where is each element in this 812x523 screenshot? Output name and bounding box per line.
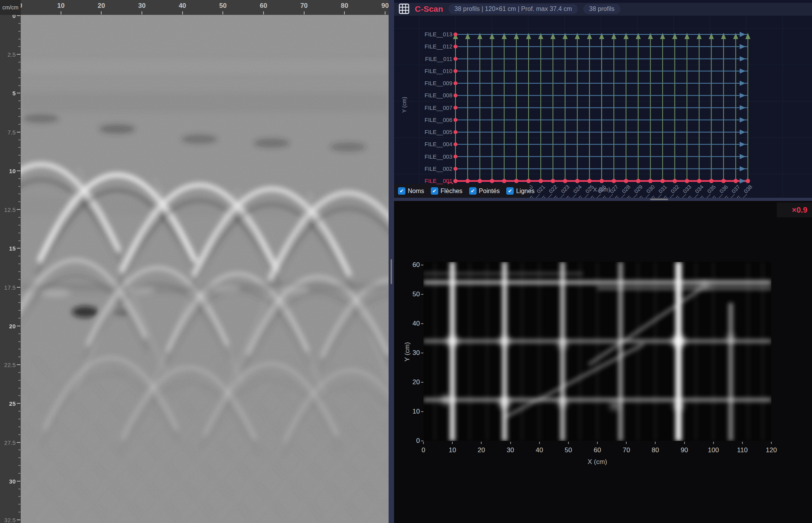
horizontal-profile-label[interactable]: FILE__004 (425, 141, 452, 147)
vertical-profile[interactable]: FILE__021 (523, 33, 547, 198)
horizontal-profile-label[interactable]: FILE__013 (425, 31, 452, 38)
profile-point (600, 179, 604, 183)
map-x-tick-mark (423, 442, 424, 444)
map-y-tick-label: 60 (403, 261, 420, 269)
depth-minor-tick (18, 217, 20, 218)
arrow-up-icon (599, 33, 604, 39)
checkbox-pointes[interactable]: ✔ Pointés (469, 187, 500, 195)
horizontal-profile-label[interactable]: FILE__009 (425, 80, 452, 86)
profile-start-point (454, 45, 457, 48)
ruler-tick-mark (263, 11, 264, 14)
checkbox-checked-icon[interactable]: ✔ (431, 187, 438, 195)
vertical-profile[interactable]: FILE__027 (596, 33, 620, 198)
vertical-profile[interactable]: FILE__025 (572, 33, 595, 198)
horizontal-splitter-handle[interactable] (650, 199, 668, 200)
map-x-tick-mark (655, 442, 656, 444)
arrow-up-icon (624, 33, 629, 39)
vertical-profile[interactable]: FILE__017 (474, 33, 498, 198)
ruler-tick-label: 10 (57, 2, 65, 10)
vertical-profile[interactable]: FILE__023 (547, 33, 571, 198)
depth-minor-tick (18, 473, 20, 474)
depth-minor-tick (18, 85, 20, 86)
ruler-tick-mark (142, 11, 142, 14)
map-y-tick-label: 20 (403, 378, 420, 386)
checkbox-fleches[interactable]: ✔ Flèches (431, 187, 462, 195)
depth-minor-tick (18, 155, 20, 156)
vertical-splitter-handle[interactable] (391, 259, 392, 284)
profile-start-point (454, 155, 457, 159)
vertical-profile[interactable]: FILE__015 (450, 33, 473, 198)
map-x-tick-label: 120 (766, 446, 777, 454)
map-x-tick-mark (771, 442, 772, 444)
horizontal-profile-label[interactable]: FILE__006 (425, 117, 452, 123)
profile-point (685, 179, 689, 183)
horizontal-splitter[interactable] (394, 198, 812, 201)
vertical-profile[interactable]: FILE__031 (645, 33, 668, 198)
depth-tick-mark (17, 93, 20, 93)
checkbox-checked-icon[interactable]: ✔ (469, 187, 477, 195)
vertical-profile[interactable]: FILE__036 (706, 33, 729, 198)
depth-tick-mark (17, 326, 20, 326)
arrow-up-icon (563, 33, 568, 39)
vertical-profile[interactable]: FILE__037 (718, 33, 741, 198)
checkbox-lignes[interactable]: ✔ Lignes (506, 187, 534, 195)
vertical-profile[interactable]: FILE__035 (694, 33, 717, 198)
scale-factor-badge: ×0.9 (777, 202, 812, 217)
horizontal-profile-label[interactable]: FILE__005 (425, 129, 452, 135)
ruler-unit-label: cm/cm (2, 4, 18, 11)
vertical-profile[interactable]: FILE__033 (669, 33, 693, 198)
profile-start-point (454, 106, 457, 110)
profile-point (660, 179, 665, 183)
horizontal-profile-label[interactable]: FILE__008 (425, 92, 452, 99)
horizontal-profile-label[interactable]: FILE__011 (425, 56, 452, 62)
depth-minor-tick (18, 62, 20, 63)
vertical-profile[interactable]: FILE__032 (657, 33, 680, 198)
vertical-profile[interactable]: FILE__019 (498, 33, 522, 198)
depth-minor-tick (18, 271, 20, 272)
map-y-tick-label: 40 (403, 320, 420, 328)
map-y-tick-label: 50 (403, 290, 420, 298)
profile-start-point (454, 69, 457, 73)
horizontal-profile-label[interactable]: FILE__001 (425, 178, 452, 184)
depth-minor-tick (18, 279, 20, 280)
vertical-profile[interactable]: FILE__016 (462, 33, 486, 198)
vertical-profile[interactable]: FILE__026 (584, 33, 607, 198)
horizontal-profile-label[interactable]: FILE__002 (425, 166, 452, 172)
horizontal-profile-label[interactable]: FILE__010 (425, 68, 452, 74)
cscan-heatmap-image[interactable] (423, 262, 771, 441)
map-x-tick-label: 100 (708, 446, 719, 454)
vertical-profile[interactable]: FILE__028 (608, 33, 632, 198)
bscan-radargram-image[interactable] (21, 15, 389, 523)
checkbox-noms[interactable]: ✔ Noms (398, 187, 424, 195)
profile-point (721, 179, 726, 183)
profile-start-point (454, 32, 457, 36)
vertical-profile[interactable]: FILE__034 (681, 33, 705, 198)
map-y-tick-mark (421, 382, 423, 383)
arrow-up-icon (648, 33, 653, 39)
arrow-up-icon (746, 33, 751, 39)
profile-point (746, 179, 750, 183)
survey-grid-plot[interactable]: FILE__014FILE__015FILE__016FILE__017FILE… (394, 16, 812, 198)
depth-minor-tick (18, 100, 20, 101)
planner-plot[interactable]: FILE__014FILE__015FILE__016FILE__017FILE… (394, 16, 812, 198)
arrow-right-icon (740, 81, 746, 86)
arrow-right-icon (740, 117, 746, 122)
checkbox-checked-icon[interactable]: ✔ (398, 187, 405, 195)
arrow-up-icon (660, 33, 665, 39)
profile-point (454, 179, 458, 183)
ruler-tick-label: 40 (179, 2, 186, 10)
ruler-unit-box: cm/cm (0, 0, 21, 15)
vertical-splitter[interactable] (389, 0, 394, 523)
checkbox-checked-icon[interactable]: ✔ (506, 187, 514, 195)
horizontal-profile-label[interactable]: FILE__007 (425, 105, 452, 111)
vertical-profile[interactable]: FILE__022 (535, 33, 559, 198)
map-x-tick-label: 110 (737, 446, 747, 454)
depth-minor-tick (18, 23, 20, 24)
horizontal-profile-label[interactable]: FILE__012 (425, 43, 452, 50)
vertical-profile[interactable]: FILE__024 (559, 33, 583, 198)
horizontal-profile-label[interactable]: FILE__003 (425, 154, 452, 160)
vertical-profile[interactable]: FILE__018 (486, 33, 510, 198)
vertical-profile[interactable]: FILE__030 (633, 33, 656, 198)
vertical-profile[interactable]: FILE__020 (511, 33, 534, 198)
vertical-profile[interactable]: FILE__029 (620, 33, 644, 198)
